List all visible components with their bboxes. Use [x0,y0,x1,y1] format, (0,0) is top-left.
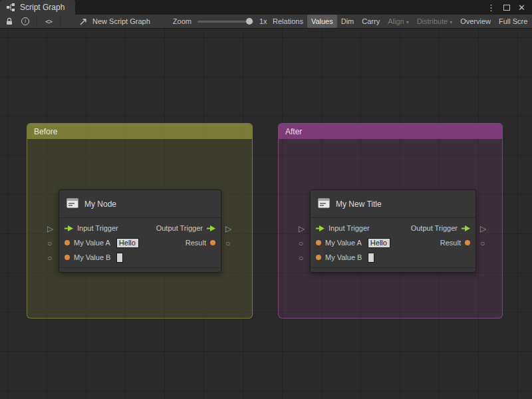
value-port-icon[interactable] [65,255,70,260]
node-my-node[interactable]: My Node Input Trigger Output Trigger [59,190,221,273]
external-value-port[interactable]: ○ [299,254,303,262]
port-label: Result [440,239,461,247]
value-a-row: My Value A Hello Result [311,235,475,250]
trigger-row: Input Trigger Output Trigger [311,221,475,235]
external-flow-port[interactable]: ▷ [480,225,486,233]
port-label: Output Trigger [156,224,203,232]
external-flow-port[interactable]: ▷ [299,225,305,233]
external-value-port[interactable]: ○ [480,239,485,247]
flow-output-port-icon[interactable] [207,225,215,231]
node-header[interactable]: My Node [59,190,221,218]
fullscreen-button[interactable]: Full Screen [495,15,528,28]
external-value-port[interactable]: ○ [299,239,303,247]
value-port-icon[interactable] [465,240,470,245]
value-b-input[interactable] [368,253,374,263]
graph-asset-icon [78,18,89,25]
external-flow-port[interactable]: ▷ [47,225,53,233]
port-label: Output Trigger [411,224,458,232]
close-icon[interactable]: ✕ [518,3,525,13]
maximize-icon[interactable] [503,5,510,11]
value-b-row: My Value B [59,250,221,265]
overview-button[interactable]: Overview [456,15,495,28]
values-button[interactable]: Values [307,15,337,28]
node-footer [59,267,221,272]
external-value-port[interactable]: ○ [47,254,52,262]
group-after-header[interactable]: After [279,124,502,139]
trigger-row: Input Trigger Output Trigger [59,221,221,235]
script-graph-icon [5,3,16,11]
toolbar-separator [60,17,61,26]
value-a-input[interactable]: Hello [116,238,139,248]
carry-button[interactable]: Carry [358,15,384,28]
distribute-dropdown[interactable]: Distribute▾ [413,15,456,28]
flow-output-port-icon[interactable] [462,225,470,231]
port-label: My Value A [325,239,362,247]
dim-button[interactable]: Dim [337,15,358,28]
zoom-label: Zoom [173,17,192,25]
port-label: Input Trigger [77,224,118,232]
node-title: My Node [84,200,116,209]
zoom-value: 1x [259,17,267,25]
value-a-input[interactable]: Hello [368,238,390,248]
unit-icon [317,198,331,211]
group-title: After [285,127,302,136]
toolbar-separator [37,17,37,26]
value-b-row: My Value B [311,250,475,265]
external-value-port[interactable]: ○ [47,239,52,247]
unit-icon [66,198,79,211]
value-port-icon[interactable] [316,240,321,245]
lock-icon[interactable] [4,17,15,25]
relations-button[interactable]: Relations [269,15,307,28]
tab-script-graph[interactable]: Script Graph [0,0,75,15]
value-port-icon[interactable] [65,240,70,245]
node-title: My New Title [336,200,382,209]
window-tab-strip: Script Graph ⋮ ✕ [0,0,532,15]
port-label: My Value B [325,253,362,261]
port-label: Input Trigger [329,224,370,232]
graph-name-label[interactable]: New Script Graph [92,17,150,25]
value-port-icon[interactable] [210,240,215,245]
align-dropdown[interactable]: Align▾ [384,15,412,28]
kebab-menu-icon[interactable]: ⋮ [487,3,495,13]
value-port-icon[interactable] [316,255,321,260]
tab-title: Script Graph [20,3,65,12]
value-b-input[interactable] [116,253,123,263]
chevron-down-icon: ▾ [406,19,409,25]
external-flow-port[interactable]: ▷ [225,225,231,233]
flow-input-port-icon[interactable] [316,225,325,231]
code-view-icon[interactable]: <> [43,18,54,25]
flow-input-port-icon[interactable] [65,225,73,231]
value-a-row: My Value A Hello Result [59,235,221,250]
external-value-port[interactable]: ○ [225,239,230,247]
port-label: My Value B [74,253,110,261]
zoom-slider-knob[interactable] [246,18,253,25]
chevron-down-icon: ▾ [450,19,452,25]
graph-canvas[interactable]: Before After My Node [0,29,532,399]
port-label: Result [186,239,206,247]
zoom-slider[interactable] [198,21,253,23]
group-title: Before [34,127,57,136]
graph-toolbar: i <> New Script Graph Zoom 1x Relations … [0,15,532,29]
node-header[interactable]: My New Title [311,190,475,218]
info-icon[interactable]: i [20,17,31,25]
node-footer [311,267,475,272]
group-before-header[interactable]: Before [27,124,252,139]
port-label: My Value A [74,239,110,247]
node-my-new-title[interactable]: My New Title Input Trigger Output Trigge… [310,190,476,273]
